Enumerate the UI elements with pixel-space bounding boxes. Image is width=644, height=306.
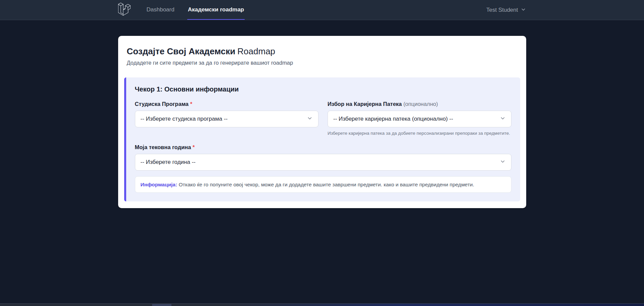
current-year-label: Моја тековна година * <box>135 143 511 151</box>
bottom-scrollbar-thumb[interactable] <box>152 304 171 306</box>
current-year-select-value: -- Изберете година -- <box>141 159 196 166</box>
user-menu-button[interactable]: Test Student <box>486 0 526 20</box>
required-asterisk: * <box>193 144 195 150</box>
navbar: Dashboard Академски roadmap Test Student <box>0 0 644 20</box>
page-subtitle: Додадете ги сите предмети за да го генер… <box>127 60 520 66</box>
page-title: Создајте Свој АкадемскиRoadmap <box>127 46 520 57</box>
laravel-logo-icon <box>118 3 131 17</box>
page-title-bold: Создајте Свој Академски <box>127 46 236 56</box>
user-name: Test Student <box>486 7 518 13</box>
bottom-scrollbar <box>0 303 644 306</box>
career-path-field: Избор на Каријерна Патека (опционално) -… <box>328 100 511 136</box>
roadmap-card: Создајте Свој АкадемскиRoadmap Додадете … <box>118 36 526 208</box>
nav-links: Dashboard Академски roadmap <box>146 0 245 20</box>
current-year-field: Моја тековна година * -- Изберете година… <box>135 143 511 171</box>
info-box-label: Информација: <box>141 182 178 187</box>
study-program-select-value: -- Изберете студиска програма -- <box>141 116 228 122</box>
optional-note: (опционално) <box>403 101 438 107</box>
chevron-down-icon <box>307 115 313 123</box>
main-content: Создајте Свој АкадемскиRoadmap Додадете … <box>0 20 644 208</box>
study-program-select[interactable]: -- Изберете студиска програма -- <box>135 111 319 127</box>
chevron-down-icon <box>521 6 526 14</box>
info-box-text: Откако ќе го попуните овој чекор, може д… <box>179 182 474 187</box>
nav-link-academic-roadmap[interactable]: Академски roadmap <box>187 0 245 20</box>
career-path-select-value: -- Изберете каријерна патека (опционално… <box>333 116 453 122</box>
current-year-select[interactable]: -- Изберете година -- <box>135 154 511 171</box>
nav-link-dashboard[interactable]: Dashboard <box>146 0 175 20</box>
required-asterisk: * <box>190 101 192 107</box>
career-path-label: Избор на Каријерна Патека (опционално) <box>328 100 511 108</box>
info-box: Информација: Откако ќе го попуните овој … <box>135 176 511 193</box>
study-program-label: Студиска Програма * <box>135 100 319 108</box>
page-title-regular: Roadmap <box>237 46 275 56</box>
chevron-down-icon <box>500 159 506 166</box>
step1-panel: Чекор 1: Основни информации Студиска Про… <box>124 77 520 201</box>
study-program-field: Студиска Програма * -- Изберете студиска… <box>135 100 319 136</box>
laravel-logo[interactable] <box>118 0 131 20</box>
navbar-inner: Dashboard Академски roadmap Test Student <box>118 0 526 20</box>
step1-fields-grid: Студиска Програма * -- Изберете студиска… <box>135 100 511 136</box>
chevron-down-icon <box>500 115 506 123</box>
step1-heading: Чекор 1: Основни информации <box>135 85 511 94</box>
career-path-select[interactable]: -- Изберете каријерна патека (опционално… <box>328 111 511 127</box>
career-path-help-text: Изберете каријерна патека за да добиете … <box>328 130 511 136</box>
